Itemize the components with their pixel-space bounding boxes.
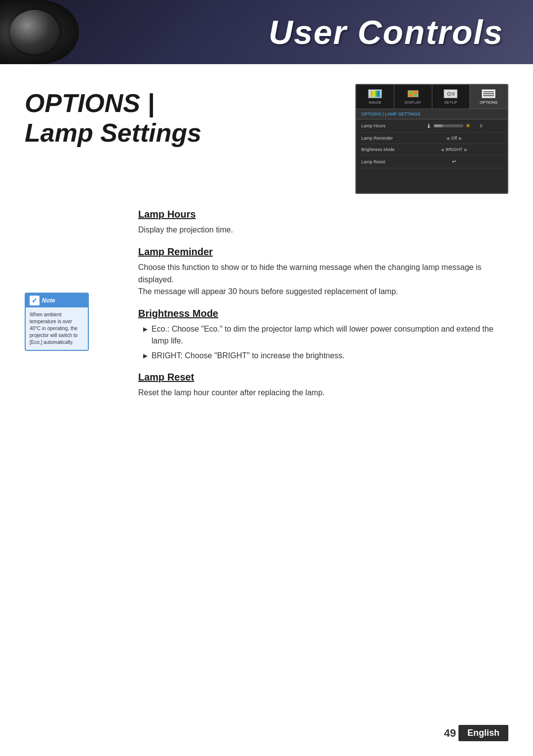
setup-tab-label: SETUP xyxy=(444,100,457,105)
image-tab-label: IMAGE xyxy=(369,100,381,105)
left-column: ✓ Note When ambient temperature is over … xyxy=(25,209,123,409)
display-tab-icon xyxy=(406,89,420,99)
mockup-tab-options[interactable]: OPTIONS xyxy=(470,85,507,109)
lamp-reset-body: Reset the lamp hour counter after replac… xyxy=(138,387,508,399)
section-brightness-mode: Brightness Mode ▶ Eco.: Choose "Eco." to… xyxy=(138,308,508,362)
lamp-icon-left: 🌡 xyxy=(426,122,432,129)
note-box: ✓ Note When ambient temperature is over … xyxy=(25,293,89,351)
options-tab-icon xyxy=(482,89,495,99)
lamp-reminder-heading: Lamp Reminder xyxy=(138,246,508,258)
brightness-eco-text: Eco.: Choose "Eco." to dim the projector… xyxy=(152,323,508,347)
mockup-lamp-reminder-label: Lamp Reminder xyxy=(361,136,403,141)
mockup-lamp-hours-label: Lamp Hours xyxy=(361,123,403,128)
options-icon xyxy=(482,89,495,98)
brightness-mode-heading: Brightness Mode xyxy=(138,308,508,319)
ui-mockup-panel: IMAGE DISPLAY xyxy=(355,84,508,194)
section-lamp-reminder: Lamp Reminder Choose this function to sh… xyxy=(138,246,508,298)
page-number: 49 xyxy=(444,727,456,740)
mockup-slider xyxy=(434,124,463,127)
options-tab-label: OPTIONS xyxy=(480,100,497,105)
lamp-reminder-body: Choose this function to show or to hide … xyxy=(138,262,508,298)
bullet-arrow-bright: ▶ xyxy=(143,351,148,360)
top-section: OPTIONS | Lamp Settings IMAGE xyxy=(25,79,508,194)
mockup-tabs: IMAGE DISPLAY xyxy=(356,85,507,109)
image-icon xyxy=(368,89,382,98)
sun-icon-right: ☀ xyxy=(465,122,471,129)
lamp-hours-body: Display the projection time. xyxy=(138,224,508,236)
note-body: When ambient temperature is over 40°C in… xyxy=(30,312,77,345)
lamp-hours-heading: Lamp Hours xyxy=(138,209,508,220)
page-footer: 49 English xyxy=(444,725,509,741)
mockup-tab-display[interactable]: DISPLAY xyxy=(394,85,432,109)
mockup-row-lamp-hours: Lamp Hours 🌡 ☀ 0 xyxy=(356,119,507,133)
mockup-lamp-reset-content: ↵ xyxy=(406,158,502,165)
image-tab-icon xyxy=(368,89,382,99)
section-title: OPTIONS | Lamp Settings xyxy=(25,89,341,148)
setup-tab-icon: ⊙≡ xyxy=(444,89,457,99)
mockup-lamp-reset-label: Lamp Reset xyxy=(361,159,403,164)
note-check-icon: ✓ xyxy=(30,296,39,305)
mockup-tab-setup[interactable]: ⊙≡ SETUP xyxy=(432,85,470,109)
brightness-bright-item: ▶ BRIGHT: Choose "BRIGHT" to increase th… xyxy=(143,350,508,362)
enter-icon: ↵ xyxy=(452,158,457,165)
mockup-tab-image[interactable]: IMAGE xyxy=(356,85,394,109)
mockup-lamp-hours-value: 0 xyxy=(473,123,483,128)
setup-icon: ⊙≡ xyxy=(444,89,457,98)
mockup-empty-area xyxy=(356,168,507,193)
left-spacer xyxy=(25,214,123,293)
lamp-reset-heading: Lamp Reset xyxy=(138,372,508,383)
brightness-bright-text: BRIGHT: Choose "BRIGHT" to increase the … xyxy=(152,350,344,362)
arrow-left-brightness-icon: ◀ xyxy=(441,148,444,152)
mockup-row-lamp-reset: Lamp Reset ↵ xyxy=(356,155,507,168)
note-content: When ambient temperature is over 40°C in… xyxy=(26,307,88,350)
arrow-right-brightness-icon: ▶ xyxy=(464,148,467,152)
brightness-mode-list: ▶ Eco.: Choose "Eco." to dim the project… xyxy=(138,323,508,362)
mockup-slider-fill xyxy=(434,124,443,127)
mockup-row-lamp-reminder: Lamp Reminder ◀ Off ▶ xyxy=(356,133,507,144)
arrow-right-icon: ▶ xyxy=(459,136,462,141)
mockup-brightness-content: ◀ BRIGHT ▶ xyxy=(406,147,502,152)
page-header: User Controls xyxy=(0,0,533,64)
note-header: ✓ Note xyxy=(26,294,88,307)
section-lamp-hours: Lamp Hours Display the projection time. xyxy=(138,209,508,236)
lens-decoration xyxy=(0,0,79,64)
language-label: English xyxy=(458,725,508,741)
page-title-block: OPTIONS | Lamp Settings xyxy=(25,79,341,148)
mockup-brightness-value: BRIGHT xyxy=(446,147,462,152)
display-icon xyxy=(406,89,420,98)
content-area: ✓ Note When ambient temperature is over … xyxy=(25,209,508,409)
main-content: OPTIONS | Lamp Settings IMAGE xyxy=(0,64,533,424)
mockup-lamp-hours-content: 🌡 ☀ 0 xyxy=(406,122,502,129)
section-lamp-reset: Lamp Reset Reset the lamp hour counter a… xyxy=(138,372,508,399)
note-title: Note xyxy=(42,297,55,304)
mockup-breadcrumb: OPTIONS | LAMP SETTINGS xyxy=(356,109,507,119)
bullet-arrow-eco: ▶ xyxy=(143,325,148,334)
arrow-left-icon: ◀ xyxy=(446,136,449,141)
display-tab-label: DISPLAY xyxy=(405,100,421,105)
mockup-lamp-reminder-content: ◀ Off ▶ xyxy=(406,136,502,141)
brightness-eco-item: ▶ Eco.: Choose "Eco." to dim the project… xyxy=(143,323,508,347)
mockup-row-brightness-mode: Brightness Mode ◀ BRIGHT ▶ xyxy=(356,144,507,155)
mockup-lamp-reminder-value: Off xyxy=(451,136,457,141)
page-title: User Controls xyxy=(268,13,503,51)
right-column: Lamp Hours Display the projection time. … xyxy=(123,209,508,409)
mockup-brightness-label: Brightness Mode xyxy=(361,147,403,152)
